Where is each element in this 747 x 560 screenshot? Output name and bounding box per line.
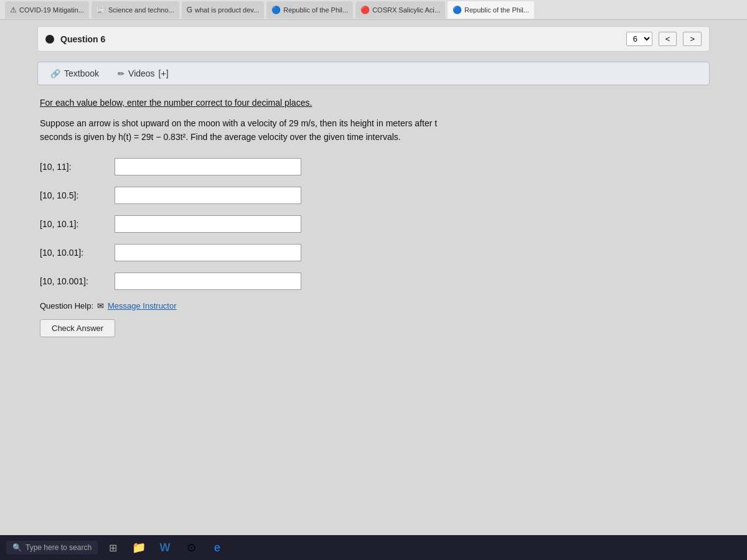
question-help: Question Help: ✉ Message Instructor (40, 301, 707, 310)
textbook-link-icon: 🔗 (50, 69, 60, 78)
taskbar-chrome[interactable]: ⊙ (180, 536, 202, 559)
prev-button[interactable]: < (659, 32, 677, 46)
next-button[interactable]: > (683, 32, 702, 46)
tab-google[interactable]: G what is product dev... (182, 1, 264, 19)
tab-republic1[interactable]: 🔵 Republic of the Phil... (266, 1, 353, 19)
republic1-icon: 🔵 (271, 6, 281, 14)
ie-icon: e (214, 541, 220, 554)
tab-science-label: Science and techno... (108, 6, 174, 14)
taskbar-ie[interactable]: e (206, 536, 228, 559)
input-row-4: [10, 10.01]: (40, 244, 707, 261)
problem-text: Suppose an arrow is shot upward on the m… (40, 116, 707, 144)
input-row-2: [10, 10.5]: (40, 187, 707, 204)
republic2-icon: 🔵 (453, 6, 462, 14)
covid-icon: ⚠ (10, 6, 17, 14)
task-view-icon: ⊞ (109, 542, 117, 554)
videos-label: Videos (128, 68, 155, 78)
taskbar-task-view[interactable]: ⊞ (101, 536, 124, 559)
videos-link-icon: ✏ (118, 69, 125, 78)
interval-label-1: [10, 11]: (40, 162, 108, 172)
question-content: For each value below, enter the number c… (37, 98, 710, 337)
mail-icon: ✉ (97, 301, 104, 310)
answer-input-1[interactable] (115, 158, 301, 175)
message-instructor-link[interactable]: Message Instructor (108, 301, 177, 310)
tab-cosrx[interactable]: 🔴 COSRX Salicylic Aci... (355, 1, 445, 19)
tab-republic1-label: Republic of the Phil... (283, 6, 348, 14)
tab-science[interactable]: 📰 Science and techno... (92, 1, 179, 19)
word-icon: W (160, 541, 171, 554)
tab-republic2[interactable]: 🔵 Republic of the Phil... (448, 1, 534, 19)
taskbar-file-explorer[interactable]: 📁 (128, 536, 150, 559)
tab-covid[interactable]: ⚠ COVID-19 Mitigatin... (5, 1, 89, 19)
tab-covid-label: COVID-19 Mitigatin... (19, 6, 84, 14)
answer-input-4[interactable] (115, 244, 301, 261)
interval-label-3: [10, 10.1]: (40, 219, 108, 229)
interval-label-2: [10, 10.5]: (40, 190, 108, 200)
message-instructor-text: Message Instructor (108, 301, 177, 310)
check-answer-button[interactable]: Check Answer (40, 319, 115, 337)
input-row-5: [10, 10.001]: (40, 273, 707, 290)
resource-bar: 🔗 Textbook ✏ Videos [+] (37, 62, 710, 85)
taskbar-word[interactable]: W (154, 536, 176, 559)
google-icon: G (187, 6, 192, 14)
videos-extra: [+] (159, 68, 169, 78)
instruction-text: For each value below, enter the number c… (40, 98, 707, 108)
answer-input-3[interactable] (115, 215, 301, 233)
input-row-1: [10, 11]: (40, 158, 707, 175)
interval-label-5: [10, 10.001]: (40, 276, 108, 286)
input-row-3: [10, 10.1]: (40, 215, 707, 233)
question-help-label: Question Help: (40, 301, 93, 310)
question-nav-bar: Question 6 6 < > (37, 26, 710, 52)
tab-republic2-label: Republic of the Phil... (464, 6, 529, 14)
main-content: Question 6 6 < > 🔗 Textbook ✏ Videos [+]… (0, 20, 747, 535)
problem-line2: seconds is given by h(t) = 29t − 0.83t².… (40, 132, 401, 142)
tab-cosrx-label: COSRX Salicylic Aci... (372, 6, 440, 14)
textbook-link[interactable]: 🔗 Textbook (50, 68, 99, 78)
interval-label-4: [10, 10.01]: (40, 248, 108, 258)
answer-input-5[interactable] (115, 273, 301, 290)
chrome-icon: ⊙ (187, 541, 196, 554)
taskbar-search-label: Type here to search (26, 543, 92, 552)
answer-input-2[interactable] (115, 187, 301, 204)
videos-link[interactable]: ✏ Videos [+] (118, 68, 169, 78)
tab-google-label: what is product dev... (195, 6, 259, 14)
cosrx-icon: 🔴 (360, 6, 370, 14)
search-icon: 🔍 (12, 543, 22, 552)
tab-bar: ⚠ COVID-19 Mitigatin... 📰 Science and te… (0, 0, 747, 20)
textbook-label: Textbook (64, 68, 99, 78)
question-dot (45, 35, 54, 44)
taskbar-search[interactable]: 🔍 Type here to search (6, 541, 98, 554)
problem-line1: Suppose an arrow is shot upward on the m… (40, 118, 437, 128)
taskbar: 🔍 Type here to search ⊞ 📁 W ⊙ e (0, 535, 747, 560)
science-icon: 📰 (96, 6, 106, 14)
question-select[interactable]: 6 (626, 32, 652, 46)
file-explorer-icon: 📁 (132, 541, 146, 554)
question-label: Question 6 (60, 34, 620, 44)
